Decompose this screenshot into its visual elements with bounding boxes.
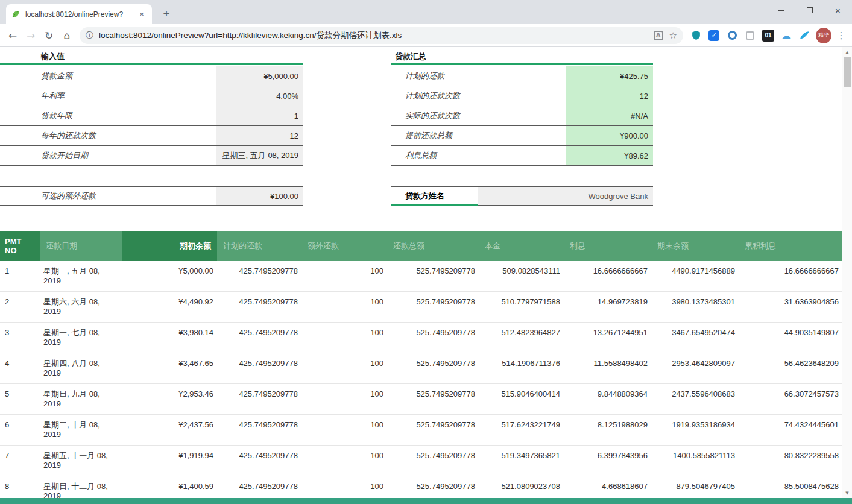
browser-menu-icon[interactable]: ⋮ (834, 30, 848, 41)
summary-row: 利息总额 ¥89.62 (391, 146, 653, 166)
browser-toolbar: ← → ↻ ⌂ ⓘ localhost:8012/onlinePreview?u… (0, 24, 852, 47)
column-header: 还款日期 (40, 231, 122, 261)
row-number-cell: 3 (0, 323, 40, 353)
table-cell: 80.8322289558 (739, 446, 842, 476)
translate-check-extension-icon[interactable]: ✓ (706, 28, 722, 43)
forward-button[interactable]: → (22, 27, 40, 45)
table-cell: 3980.1373485301 (651, 292, 739, 323)
summary-label: 计划的还款次数 (391, 86, 566, 106)
maximize-icon (807, 7, 813, 13)
profile-avatar[interactable]: 精华 (816, 28, 831, 43)
lender-label: 贷款方姓名 (391, 187, 478, 206)
table-cell: 1400.5855821113 (651, 446, 739, 476)
table-cell: 74.4324445601 (739, 415, 842, 446)
reload-button[interactable]: ↻ (40, 27, 58, 45)
summary-value: ¥900.00 (566, 126, 653, 145)
input-value: 1 (216, 106, 303, 125)
ring-extension-icon[interactable] (724, 28, 740, 43)
summary-value: 12 (566, 86, 653, 106)
table-cell: ¥4,490.92 (122, 292, 217, 323)
back-button[interactable]: ← (4, 27, 22, 45)
row-number-cell: 7 (0, 446, 40, 476)
row-number-cell: 6 (0, 415, 40, 446)
table-cell: 星期六, 六月 08, 2019 (40, 292, 122, 323)
minimize-button[interactable] (767, 0, 795, 20)
table-cell: 512.4823964827 (479, 323, 564, 353)
scroll-up-arrow-icon[interactable]: ▲ (842, 47, 852, 57)
scroll-down-arrow-icon[interactable]: ▼ (842, 488, 852, 498)
summary-row: 计划的还款 ¥425.75 (391, 66, 653, 86)
maximize-button[interactable] (795, 0, 824, 20)
home-button[interactable]: ⌂ (58, 27, 76, 45)
input-row: 年利率 4.00% (0, 86, 303, 106)
kkfileview-leaf-icon (11, 10, 21, 19)
input-value: 12 (216, 126, 303, 145)
summary-row: 计划的还款次数 12 (391, 86, 653, 106)
table-cell: 525.7495209778 (387, 476, 479, 498)
input-row: 每年的还款次数 12 (0, 126, 303, 146)
column-header: 本金 (479, 231, 564, 261)
table-cell: 44.9035149807 (739, 323, 842, 353)
row-number-cell: 1 (0, 261, 40, 292)
table-cell: 星期一, 七月 08, 2019 (40, 323, 122, 353)
tab-close-icon[interactable]: × (136, 9, 147, 20)
table-cell: 16.6666666667 (739, 261, 842, 292)
column-header: PMT NO (0, 231, 40, 261)
table-cell: 8.1251988029 (564, 415, 651, 446)
row-number-cell: 2 (0, 292, 40, 323)
table-cell: 525.7495209778 (387, 292, 479, 323)
badge-01-extension-icon[interactable]: 01 (760, 28, 776, 43)
table-cell: 100 (301, 446, 387, 476)
table-cell: 100 (301, 415, 387, 446)
shield-extension-icon[interactable] (688, 28, 704, 43)
browser-tab[interactable]: localhost:8012/onlinePreview? × (6, 4, 152, 24)
spacer-row (391, 166, 653, 186)
summary-label: 提前还款总额 (391, 126, 566, 145)
table-cell: 100 (301, 323, 387, 353)
table-cell: 11.5588498402 (564, 353, 651, 384)
translate-icon[interactable]: A (654, 31, 663, 40)
table-cell: 425.7495209778 (217, 476, 301, 498)
bird-extension-icon[interactable] (797, 28, 812, 43)
gray-tool-extension-icon[interactable] (742, 28, 758, 43)
tab-strip: localhost:8012/onlinePreview? × + × (0, 0, 852, 24)
vertical-scrollbar[interactable]: ▲ ▼ (842, 47, 852, 498)
table-cell: 星期五, 十一月 08, 2019 (40, 446, 122, 476)
page-info-icon[interactable]: ⓘ (86, 30, 93, 41)
table-cell: 425.7495209778 (217, 446, 301, 476)
input-label: 贷款金额 (0, 66, 216, 86)
spacer-row (0, 166, 303, 186)
summary-row: 实际的还款次数 #N/A (391, 106, 653, 126)
summary-panel-accent-rule (391, 63, 653, 65)
minimize-icon (778, 10, 784, 11)
table-cell: 525.7495209778 (387, 323, 479, 353)
table-cell: 879.5046797405 (651, 476, 739, 498)
table-cell: 14.969723819 (564, 292, 651, 323)
url-text[interactable]: localhost:8012/onlinePreview?url=http://… (99, 30, 648, 41)
summary-value: ¥89.62 (566, 146, 653, 165)
table-cell: ¥2,953.46 (122, 384, 217, 415)
close-button[interactable]: × (824, 0, 852, 20)
input-row: 贷款开始日期 星期三, 五月 08, 2019 (0, 146, 303, 166)
table-cell: 13.2671244951 (564, 323, 651, 353)
table-cell: ¥1,400.59 (122, 476, 217, 498)
table-cell: 66.3072457573 (739, 384, 842, 415)
address-bar[interactable]: ⓘ localhost:8012/onlinePreview?url=http:… (80, 27, 683, 44)
table-cell: 425.7495209778 (217, 261, 301, 292)
table-cell: 4490.9171456889 (651, 261, 739, 292)
table-cell: 31.6363904856 (739, 292, 842, 323)
column-header: 计划的还款 (217, 231, 301, 261)
cloud-extension-icon[interactable]: ☁ (778, 28, 794, 43)
table-cell: ¥2,437.56 (122, 415, 217, 446)
column-header: 期初余额 (122, 231, 217, 261)
table-cell: 85.5008475628 (739, 476, 842, 498)
column-header: 利息 (564, 231, 651, 261)
summary-value: ¥425.75 (566, 66, 653, 86)
table-cell: ¥3,467.65 (122, 353, 217, 384)
new-tab-button[interactable]: + (158, 5, 175, 22)
bookmark-star-icon[interactable]: ☆ (669, 30, 677, 41)
scrollbar-thumb[interactable] (844, 57, 851, 87)
table-cell: 509.0828543111 (479, 261, 564, 292)
table-cell: 525.7495209778 (387, 446, 479, 476)
table-cell: 517.6243221749 (479, 415, 564, 446)
